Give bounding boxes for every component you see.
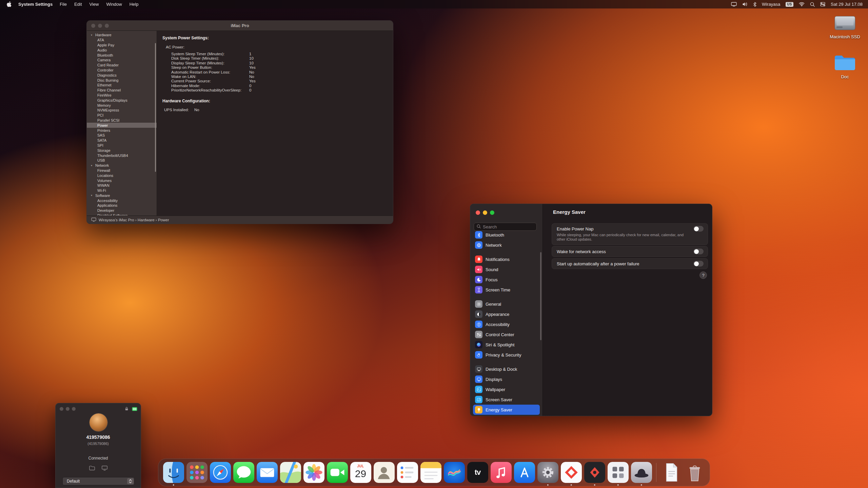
toggle-enable-power-nap[interactable]	[693, 226, 704, 232]
tree-item-developer[interactable]: Developer	[87, 208, 157, 213]
desktop-icon-macintosh-ssd[interactable]: Macintosh SSD	[824, 14, 866, 39]
menu-clock[interactable]: Sat 29 Jul 17.08	[831, 2, 863, 7]
dock-siri-icon[interactable]	[444, 462, 465, 483]
dock-document-icon[interactable]	[661, 462, 682, 483]
settings-sidebar-item-siri-spotlight[interactable]: Siri & Spotlight	[473, 340, 540, 350]
settings-sidebar-item-screen-saver[interactable]: Screen Saver	[473, 394, 540, 405]
menu-file[interactable]: File	[56, 2, 71, 7]
tree-item-bluetooth[interactable]: Bluetooth	[87, 53, 157, 58]
tree-section-network[interactable]: ▾Network	[87, 163, 157, 168]
input-source-badge[interactable]: US	[786, 2, 793, 7]
dock-mail-icon[interactable]	[257, 462, 278, 483]
dock-facetime-icon[interactable]	[327, 462, 348, 483]
tree-item-disabled-software[interactable]: Disabled Software	[87, 213, 157, 216]
tree-item-sas[interactable]: SAS	[87, 133, 157, 138]
lock-icon[interactable]	[124, 406, 129, 412]
tree-item-controller[interactable]: Controller	[87, 68, 157, 73]
tree-item-ata[interactable]: ATA	[87, 38, 157, 43]
settings-sidebar-item-bluetooth[interactable]: Bluetooth	[473, 230, 540, 240]
breadcrumb[interactable]: Wirayasa’s iMac Pro › Hardware › Power	[99, 218, 169, 222]
settings-sidebar-item-wallpaper[interactable]: Wallpaper	[473, 384, 540, 394]
tree-item-firewall[interactable]: Firewall	[87, 168, 157, 173]
tree-item-usb[interactable]: USB	[87, 158, 157, 163]
tree-item-sata[interactable]: SATA	[87, 138, 157, 143]
tree-section-software[interactable]: ▾Software	[87, 193, 157, 198]
dock-system-settings-icon[interactable]	[537, 462, 558, 483]
dock-grid-app-icon[interactable]	[608, 462, 629, 483]
dock-messages-icon[interactable]	[233, 462, 254, 483]
tree-item-memory[interactable]: Memory	[87, 103, 157, 108]
menu-view[interactable]: View	[86, 2, 103, 7]
settings-sidebar-item-general[interactable]: General	[473, 299, 540, 309]
dock-hat-app-icon[interactable]	[631, 462, 652, 483]
window-titlebar[interactable]: iMac Pro	[87, 21, 393, 31]
settings-sidebar-item-control-center[interactable]: Control Center	[473, 329, 540, 340]
tree-item-card-reader[interactable]: Card Reader	[87, 63, 157, 68]
dock-remote-app-icon[interactable]	[584, 462, 605, 483]
settings-sidebar-item-privacy-security[interactable]: Privacy & Security	[473, 350, 540, 360]
dock-app-store-icon[interactable]	[514, 462, 535, 483]
tree-item-storage[interactable]: Storage	[87, 148, 157, 153]
close-button[interactable]	[91, 24, 95, 28]
tree-section-hardware[interactable]: ▾Hardware	[87, 33, 157, 38]
profile-dropdown[interactable]: Default	[62, 477, 135, 485]
dock-finder-icon[interactable]	[163, 462, 184, 483]
tree-item-thunderbolt-usb4[interactable]: Thunderbolt/USB4	[87, 153, 157, 158]
zoom-button[interactable]	[72, 407, 76, 411]
display-icon[interactable]	[101, 465, 108, 472]
settings-sidebar-item-displays[interactable]: Displays	[473, 374, 540, 384]
tree-item-pci[interactable]: PCI	[87, 113, 157, 118]
tree-item-disc-burning[interactable]: Disc Burning	[87, 78, 157, 83]
tree-item-parallel-scsi[interactable]: Parallel SCSI	[87, 118, 157, 123]
settings-sidebar-item-screen-time[interactable]: Screen Time	[473, 285, 540, 295]
file-transfer-icon[interactable]	[89, 465, 95, 472]
tree-item-graphics-displays[interactable]: Graphics/Displays	[87, 98, 157, 103]
tree-item-nvmexpress[interactable]: NVMExpress	[87, 108, 157, 113]
dock-music-icon[interactable]	[491, 462, 512, 483]
tree-item-locations[interactable]: Locations	[87, 173, 157, 178]
close-button[interactable]	[476, 210, 480, 215]
minimize-button[interactable]	[98, 24, 102, 28]
tree-item-power[interactable]: Power	[87, 123, 157, 128]
toggle-start-up-automatically-after-a-power-failure[interactable]	[693, 261, 704, 267]
help-button[interactable]: ?	[699, 271, 707, 279]
volume-icon[interactable]	[742, 2, 748, 6]
tree-item-fibre-channel[interactable]: Fibre Channel	[87, 88, 157, 93]
minimize-button[interactable]	[66, 407, 70, 411]
dock-maps-icon[interactable]	[280, 462, 301, 483]
dropdown-stepper-icon[interactable]	[127, 478, 134, 484]
desktop-icon-doc-folder[interactable]: Doc	[824, 53, 866, 79]
dock-notes-icon[interactable]	[420, 462, 441, 483]
settings-sidebar-item-focus[interactable]: Focus	[473, 274, 540, 285]
search-icon[interactable]	[810, 2, 815, 7]
tree-item-accessibility[interactable]: Accessibility	[87, 198, 157, 203]
settings-sidebar-item-notifications[interactable]: Notifications	[473, 254, 540, 264]
tree-item-camera[interactable]: Camera	[87, 58, 157, 63]
tree-item-volumes[interactable]: Volumes	[87, 178, 157, 183]
tree-item-apple-pay[interactable]: Apple Pay	[87, 43, 157, 48]
minimize-button[interactable]	[483, 210, 487, 215]
dock-trash-icon[interactable]	[684, 462, 705, 483]
control-center-icon[interactable]	[820, 2, 825, 6]
menu-username[interactable]: Wirayasa	[762, 2, 780, 7]
dock-photos-icon[interactable]	[303, 462, 324, 483]
menu-window[interactable]: Window	[102, 2, 125, 7]
dock-contacts-icon[interactable]	[374, 462, 395, 483]
apple-menu-icon[interactable]	[7, 1, 12, 7]
dock-reminders-icon[interactable]	[397, 462, 418, 483]
close-button[interactable]	[60, 407, 63, 411]
tree-item-audio[interactable]: Audio	[87, 47, 157, 53]
tree-item-wwan[interactable]: WWAN	[87, 183, 157, 188]
settings-sidebar-item-sound[interactable]: Sound	[473, 264, 540, 274]
menu-edit[interactable]: Edit	[71, 2, 85, 7]
menu-app-name[interactable]: System Settings	[15, 2, 56, 7]
toggle-wake-for-network-access[interactable]	[693, 249, 704, 255]
dock-anydesk-icon[interactable]	[561, 462, 582, 483]
bluetooth-icon[interactable]	[753, 2, 756, 7]
tree-item-spi[interactable]: SPI	[87, 143, 157, 148]
screen-share-icon[interactable]	[132, 406, 137, 412]
tree-item-wi-fi[interactable]: Wi-Fi	[87, 188, 157, 193]
settings-sidebar-item-network[interactable]: Network	[473, 240, 540, 250]
settings-sidebar-item-energy-saver[interactable]: Energy Saver	[473, 405, 540, 415]
settings-sidebar-item-appearance[interactable]: Appearance	[473, 309, 540, 319]
